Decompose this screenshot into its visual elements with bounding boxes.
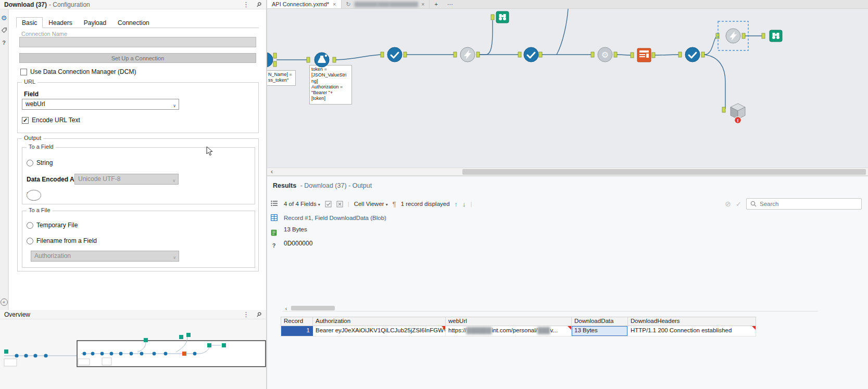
- error-cube-tool[interactable]: !: [731, 103, 745, 124]
- column-header-record[interactable]: Record: [281, 317, 313, 326]
- deselect-fields-icon[interactable]: [336, 201, 343, 208]
- pin-icon[interactable]: [255, 310, 263, 319]
- table-row[interactable]: 1 Bearer eyJ0eXAiOiJKV1QiLCJub25jZSI6InF…: [281, 326, 756, 336]
- workflow-graph: ⚙: [267, 9, 868, 167]
- url-group: URL Field webUrl ∨ ✓ Encode URL Text: [17, 82, 259, 133]
- canvas-horizontal-scrollbar[interactable]: ‹: [267, 167, 868, 176]
- fields-dropdown[interactable]: 4 of 4 Fields▾: [284, 201, 320, 207]
- edge-blue-tool[interactable]: [267, 53, 273, 67]
- new-tab-button[interactable]: +: [430, 0, 442, 8]
- results-suffix: - Download (37) - Output: [300, 182, 372, 189]
- formula-tool-1[interactable]: [387, 47, 402, 62]
- column-header-downloaddata[interactable]: DownloadData: [572, 317, 628, 326]
- formula-tool-3[interactable]: [685, 47, 700, 62]
- encode-url-label: Encode URL Text: [32, 116, 80, 124]
- tab-payload[interactable]: Payload: [78, 17, 112, 28]
- metadata-view-icon[interactable]: [270, 199, 278, 208]
- search-input[interactable]: [760, 201, 858, 207]
- select-fields-icon[interactable]: [325, 201, 332, 208]
- connection-name-input[interactable]: [19, 37, 256, 47]
- tab-api-connection[interactable]: API Connection.yxmd* ×: [267, 0, 342, 8]
- downloadheaders-cell[interactable]: HTTP/1.1 200 Connection established: [628, 326, 756, 336]
- overview-minimap-canvas: [0, 319, 266, 389]
- close-icon[interactable]: ×: [421, 2, 424, 7]
- record-view-scrollbar[interactable]: ‹: [283, 305, 818, 312]
- filename-from-field-radio[interactable]: [27, 238, 33, 244]
- report-tool[interactable]: [637, 48, 651, 62]
- more-tabs-icon[interactable]: ⋯: [443, 0, 458, 8]
- kebab-menu-icon[interactable]: ⋮: [243, 311, 249, 318]
- formula-tool-2[interactable]: [524, 47, 538, 62]
- to-a-field-group: To a Field String Data Encoded As Unicod…: [22, 147, 255, 204]
- no-edit-icon[interactable]: ⊘: [725, 200, 731, 208]
- string-radio-label: String: [36, 159, 53, 166]
- downloaddata-cell[interactable]: 13 Bytes: [572, 326, 628, 336]
- previous-record-icon[interactable]: ↑: [455, 200, 458, 208]
- pilcrow-icon[interactable]: ¶: [393, 201, 396, 208]
- log-view-icon[interactable]: [270, 228, 278, 237]
- workflow-canvas[interactable]: N_Name] = ss_token" token = [JSON_ValueS…: [267, 9, 868, 167]
- truncated-indicator-icon: [752, 326, 756, 330]
- temporary-file-radio-row[interactable]: Temporary File: [27, 222, 78, 229]
- output-group: Output To a Field String Data Encoded As…: [17, 138, 259, 271]
- tab-blurred-document[interactable]: ↻ ████████ ████ ██████████ ×: [342, 0, 430, 8]
- column-header-weburl[interactable]: webUrl: [446, 317, 572, 326]
- search-icon: [750, 201, 757, 207]
- kebab-menu-icon[interactable]: ⋮: [243, 1, 249, 8]
- temporary-file-radio[interactable]: [27, 222, 33, 229]
- collapse-panel-icon[interactable]: «: [1, 299, 8, 306]
- string-radio[interactable]: [27, 160, 33, 166]
- data-grid-view-icon[interactable]: [270, 213, 278, 222]
- blob-radio-row[interactable]: Blob: [27, 191, 39, 199]
- scroll-left-icon[interactable]: ‹: [268, 168, 275, 175]
- weburl-cell[interactable]: https://██████int.com/personal/███v...: [446, 326, 572, 336]
- download-tool[interactable]: [460, 47, 475, 62]
- chevron-down-icon: ∨: [172, 176, 175, 185]
- truncated-indicator-icon: [442, 326, 445, 330]
- column-header-authorization[interactable]: Authorization: [313, 317, 446, 326]
- apply-check-icon[interactable]: ✓: [736, 201, 741, 208]
- temporary-file-label: Temporary File: [36, 222, 78, 229]
- redacted-text: ███: [537, 327, 550, 333]
- to-a-field-legend: To a Field: [27, 144, 56, 150]
- config-tabs: Basic Headers Payload Connection: [16, 17, 259, 28]
- authorization-cell[interactable]: Bearer eyJ0eXAiOiJKV1QiLCJub25jZSI6InFGW…: [313, 326, 446, 336]
- macro-gear-tool[interactable]: ⚙: [598, 47, 612, 62]
- tab-basic[interactable]: Basic: [16, 17, 43, 28]
- config-panel-body: Basic Headers Payload Connection Connect…: [8, 9, 266, 310]
- encode-url-checkbox[interactable]: ✓: [22, 117, 29, 124]
- close-icon[interactable]: ×: [333, 2, 336, 7]
- results-help-icon[interactable]: ?: [270, 241, 278, 250]
- config-panel-header: Download (37)- Configuration ⋮: [0, 0, 266, 9]
- refresh-icon: ↻: [346, 1, 351, 8]
- scrollbar-thumb[interactable]: [291, 306, 335, 310]
- gear-icon[interactable]: ⚙: [0, 14, 8, 22]
- scrollbar-thumb[interactable]: [462, 169, 866, 175]
- record-number-cell[interactable]: 1: [281, 326, 313, 336]
- cell-viewer-dropdown[interactable]: Cell Viewer▾: [354, 201, 388, 207]
- pin-icon[interactable]: [255, 0, 263, 9]
- url-field-dropdown[interactable]: webUrl ∨: [22, 99, 179, 110]
- help-icon[interactable]: ?: [0, 38, 8, 47]
- scroll-left-icon[interactable]: ‹: [283, 305, 290, 312]
- results-search[interactable]: [746, 198, 862, 210]
- browse-tool-top[interactable]: [496, 11, 509, 23]
- next-record-icon[interactable]: ↓: [462, 200, 466, 208]
- column-header-downloadheaders[interactable]: DownloadHeaders: [628, 317, 756, 326]
- config-side-strip: ⚙ ? «: [0, 9, 8, 310]
- filename-from-field-radio-row[interactable]: Filename from a Field: [27, 237, 97, 244]
- setup-connection-button[interactable]: Set Up a Connection: [19, 53, 256, 63]
- encode-url-row[interactable]: ✓ Encode URL Text: [22, 116, 80, 124]
- tag-icon[interactable]: [0, 26, 8, 34]
- dcm-checkbox[interactable]: [20, 69, 27, 75]
- string-radio-row[interactable]: String: [27, 159, 53, 166]
- redacted-text: ██████: [467, 327, 492, 333]
- dcm-checkbox-row[interactable]: Use Data Connection Manager (DCM): [20, 68, 136, 75]
- blob-radio[interactable]: [27, 190, 41, 201]
- tab-headers[interactable]: Headers: [43, 17, 78, 28]
- tab-connection[interactable]: Connection: [112, 17, 155, 28]
- overview-minimap[interactable]: [0, 319, 266, 389]
- browse-tool-right[interactable]: [770, 30, 782, 42]
- svg-text:⚙: ⚙: [601, 50, 609, 60]
- json-parse-tool[interactable]: [315, 53, 329, 67]
